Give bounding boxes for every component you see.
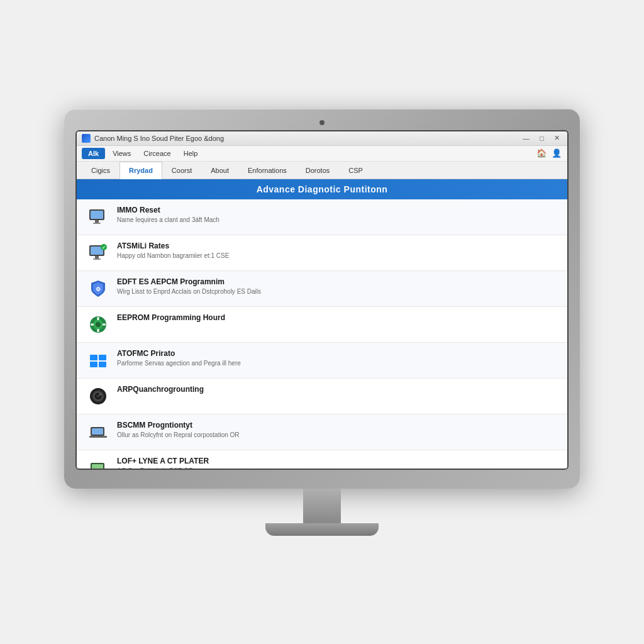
list-item[interactable]: ✓ ATSMiLi Rates Happy old Nambon bagrami… <box>77 235 567 271</box>
tab-cigics[interactable]: Cigics <box>82 162 119 179</box>
svg-rect-28 <box>92 428 103 435</box>
svg-rect-14 <box>97 317 99 320</box>
svg-rect-7 <box>93 258 101 260</box>
item-title: EEPROM Programming Hourd <box>117 313 557 322</box>
tab-rrydad[interactable]: Rrydad <box>119 162 162 179</box>
item-title: LOF+ LYNE A CT PLATER <box>117 457 557 465</box>
title-bar-left: Canon Ming S Ino Soud Piter Egoo &dong <box>82 134 224 143</box>
svg-rect-21 <box>99 362 106 367</box>
item-text: IMMO Reset Name lequires a clant and 3áf… <box>117 206 557 225</box>
item-text: BSCMM Progntiontyt Ollur as Rolcyfnt on … <box>117 421 557 440</box>
item-icon-windows <box>87 349 109 372</box>
title-bar-controls: — □ ✕ <box>520 134 562 142</box>
app-icon <box>82 134 91 143</box>
item-title: ARPQuanchrogrounting <box>117 385 557 394</box>
camera-dot <box>319 120 325 125</box>
svg-text:⚙: ⚙ <box>96 286 101 292</box>
tab-coorst[interactable]: Coorst <box>162 162 201 179</box>
svg-rect-6 <box>95 256 99 258</box>
section-header: Advance Diagnotic Puntitonn <box>77 179 567 199</box>
svg-rect-1 <box>91 211 103 219</box>
minimize-button[interactable]: — <box>520 135 532 142</box>
item-icon-shield: ⚙ <box>87 277 109 300</box>
menu-bar: AIk Views Circeace Help 🏠 👤 <box>77 146 567 162</box>
svg-text:✓: ✓ <box>102 245 106 250</box>
item-desc: AO Oar Deignlotic BSE OR <box>117 467 557 469</box>
tab-dorotos[interactable]: Dorotos <box>296 162 340 179</box>
tab-about[interactable]: About <box>201 162 238 179</box>
window-title: Canon Ming S Ino Soud Piter Egoo &dong <box>94 135 224 142</box>
title-bar: Canon Ming S Ino Soud Piter Egoo &dong —… <box>77 131 567 146</box>
svg-point-13 <box>96 322 101 327</box>
item-text: ARPQuanchrogrounting <box>117 385 557 395</box>
item-text: EEPROM Programming Hourd <box>117 313 557 323</box>
item-title: ATOFMC Prirato <box>117 349 557 358</box>
item-icon-monitor <box>87 206 109 228</box>
item-text: LOF+ LYNE A CT PLATER AO Oar Deignlotic … <box>117 457 557 469</box>
list-item[interactable]: IMMO Reset Name lequires a clant and 3áf… <box>77 199 567 235</box>
monitor-stand-neck <box>303 489 341 523</box>
svg-rect-18 <box>90 355 97 360</box>
monitor-wrapper: Canon Ming S Ino Soud Piter Egoo &dong —… <box>64 109 580 536</box>
item-desc: Happy old Nambon bagramiier et:1 CSE <box>117 252 557 260</box>
monitor-bezel: Canon Ming S Ino Soud Piter Egoo &dong —… <box>64 109 580 489</box>
svg-rect-16 <box>91 323 94 325</box>
monitor-screen: Canon Ming S Ino Soud Piter Egoo &dong —… <box>75 130 569 470</box>
tab-enfornations[interactable]: Enfornations <box>238 162 296 179</box>
list-item[interactable]: LOF+ LYNE A CT PLATER AO Oar Deignlotic … <box>77 450 567 469</box>
user-icon[interactable]: 👤 <box>551 148 562 159</box>
item-icon-monitor-green: ✓ <box>87 242 109 264</box>
content-area[interactable]: Advance Diagnotic Puntitonn IMMO Reset <box>77 179 567 469</box>
item-icon-gear-circle <box>87 313 109 336</box>
item-desc: Ollur as Rolcyfnt on Repral corpostation… <box>117 431 557 440</box>
svg-rect-20 <box>90 362 97 367</box>
maximize-button[interactable]: □ <box>537 135 547 142</box>
item-title: ATSMiLi Rates <box>117 242 557 250</box>
item-desc: Name lequires a clant and 3áft Mach <box>117 216 557 225</box>
item-text: EDFT ES AEPCM Programnim Wirg Lisst to E… <box>117 277 557 296</box>
close-button[interactable]: ✕ <box>552 134 562 142</box>
menu-item-views[interactable]: Views <box>108 148 136 159</box>
item-title: IMMO Reset <box>117 206 557 214</box>
list-item[interactable]: EEPROM Programming Hourd <box>77 307 567 343</box>
svg-rect-19 <box>99 355 106 360</box>
item-icon-camera-circle <box>87 385 109 408</box>
svg-point-26 <box>99 393 101 395</box>
item-text: ATSMiLi Rates Happy old Nambon bagramiie… <box>117 242 557 260</box>
item-icon-laptop <box>87 421 109 443</box>
item-title: BSCMM Progntiontyt <box>117 421 557 430</box>
item-text: ATOFMC Prirato Parforme Servas agection … <box>117 349 557 368</box>
menu-item-help[interactable]: Help <box>179 148 203 159</box>
svg-rect-15 <box>97 329 99 332</box>
list-item[interactable]: BSCMM Progntiontyt Ollur as Rolcyfnt on … <box>77 414 567 450</box>
menu-bar-right: 🏠 👤 <box>536 148 562 159</box>
item-title: EDFT ES AEPCM Programnim <box>117 277 557 286</box>
svg-rect-17 <box>103 323 106 325</box>
svg-rect-3 <box>93 223 101 224</box>
list-item[interactable]: ARPQuanchrogrounting <box>77 379 567 414</box>
main-menu-button[interactable]: AIk <box>82 148 105 159</box>
monitor-stand-base <box>265 523 379 536</box>
svg-rect-31 <box>92 464 103 469</box>
item-icon-laptop-green <box>87 457 109 469</box>
item-desc: Parforme Servas agection and Pegra ill h… <box>117 359 557 368</box>
svg-rect-29 <box>89 436 107 438</box>
menu-item-circeace[interactable]: Circeace <box>138 148 175 159</box>
item-desc: Wirg Lisst to Enprd Acclais on Dstcproho… <box>117 287 557 296</box>
list-item[interactable]: ATOFMC Prirato Parforme Servas agection … <box>77 343 567 379</box>
list-item[interactable]: ⚙ EDFT ES AEPCM Programnim Wirg Lisst to… <box>77 271 567 307</box>
svg-rect-2 <box>95 220 99 223</box>
tabs-bar: Cigics Rrydad Coorst About Enfornations … <box>77 162 567 179</box>
tab-csp[interactable]: CSP <box>339 162 372 179</box>
home-icon[interactable]: 🏠 <box>536 148 547 159</box>
